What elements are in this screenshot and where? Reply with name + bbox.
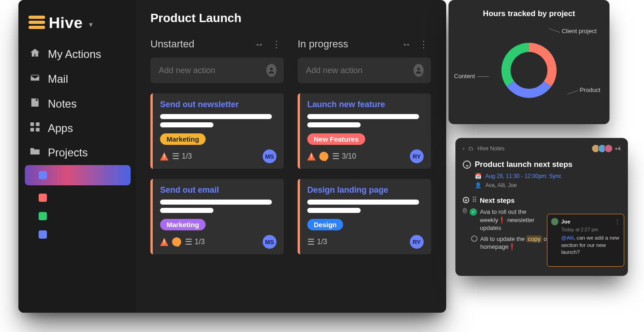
- card-title: Design landing page: [307, 185, 424, 195]
- nav-apps[interactable]: Apps: [18, 116, 136, 140]
- folder-icon: [29, 146, 41, 160]
- comment-card: Joe ⋮ Today at 2:27 pm @Alli, can we add…: [547, 214, 624, 267]
- svg-rect-6: [36, 128, 40, 132]
- card-tag[interactable]: Design: [307, 219, 343, 230]
- column-menu-icon[interactable]: ⋮: [419, 39, 431, 49]
- board-card[interactable]: Send out email Marketing ! ☰ 1/3 MS: [150, 179, 284, 254]
- subtask-count: 1/3: [182, 152, 192, 160]
- comment-time: Today at 2:27 pm: [561, 227, 620, 232]
- note-heading: Product launch next steps: [475, 160, 573, 169]
- note-icon: [29, 97, 41, 111]
- attendee-avatars[interactable]: +4: [593, 144, 621, 153]
- checklist-item[interactable]: + ✓ Ava to roll out the weekly❗ newslett…: [463, 208, 550, 232]
- subtask-count: 1/3: [195, 238, 205, 246]
- mail-icon: [29, 72, 41, 86]
- app-window: Hive ▾ My Actions Mail: [18, 0, 446, 313]
- svg-rect-0: [29, 16, 45, 19]
- board-card[interactable]: Launch new feature New Features ! ☰ 3/10…: [298, 93, 431, 169]
- workspace-caret-icon[interactable]: ▾: [89, 21, 93, 28]
- project-item[interactable]: [39, 194, 136, 204]
- donut-segment[interactable]: [506, 81, 551, 98]
- person-icon: 👤: [475, 182, 482, 189]
- donut-chart: Client project Product Content: [453, 22, 605, 119]
- project-color-swatch: [39, 212, 47, 220]
- nav-my-actions[interactable]: My Actions: [18, 42, 136, 67]
- home-icon: [29, 47, 41, 61]
- nav-notes[interactable]: Notes: [18, 92, 136, 116]
- column-title: Unstarted: [150, 38, 194, 50]
- resize-icon[interactable]: ↔: [402, 39, 414, 49]
- add-action-input[interactable]: [158, 65, 266, 76]
- nav-label: Apps: [48, 122, 73, 135]
- sidebar: Hive ▾ My Actions Mail: [18, 0, 136, 313]
- nav-mail[interactable]: Mail: [18, 67, 136, 92]
- assignee-avatar[interactable]: MS: [263, 149, 276, 163]
- assignee-avatar[interactable]: RY: [410, 149, 424, 163]
- drag-icon[interactable]: ⠿: [472, 196, 477, 204]
- svg-point-8: [417, 68, 420, 70]
- board-column: In progress ↔ ⋮ Launch new feature New F…: [298, 38, 431, 264]
- assignee-avatar[interactable]: RY: [410, 235, 424, 249]
- comment-icon[interactable]: [319, 152, 328, 161]
- comment-menu-icon[interactable]: ⋮: [615, 218, 620, 225]
- comment-author: Joe: [561, 219, 570, 224]
- priority-warning-icon: !: [160, 238, 168, 246]
- column-menu-icon[interactable]: ⋮: [272, 39, 284, 49]
- collapse-icon[interactable]: ⌄: [463, 160, 471, 169]
- add-item-icon[interactable]: +: [463, 208, 467, 213]
- comment-mention[interactable]: @Alli: [561, 235, 574, 240]
- nav-label: My Actions: [48, 48, 101, 61]
- check-done-icon[interactable]: ✓: [470, 208, 477, 216]
- checklist-item[interactable]: Alli to update the copy on homepage❗: [471, 235, 558, 251]
- apps-icon: [29, 122, 41, 135]
- subtasks-icon: ☰: [307, 237, 313, 247]
- assignee-avatar[interactable]: MS: [263, 235, 276, 249]
- svg-rect-2: [29, 26, 45, 29]
- add-item-icon[interactable]: +: [463, 197, 469, 203]
- donut-segment[interactable]: [529, 43, 557, 86]
- project-selected[interactable]: [25, 165, 131, 185]
- comment-icon[interactable]: [172, 237, 181, 246]
- notes-breadcrumb[interactable]: Hive Notes: [477, 145, 505, 152]
- add-action-input[interactable]: [305, 65, 414, 76]
- nav-label: Mail: [48, 73, 68, 86]
- card-tag[interactable]: New Features: [307, 133, 365, 145]
- card-title: Send out newsletter: [160, 100, 276, 109]
- board-card[interactable]: Design landing page Design ☰ 1/3 RY: [298, 179, 431, 254]
- brand[interactable]: Hive ▾: [18, 14, 136, 42]
- back-icon[interactable]: ‹: [463, 145, 465, 152]
- resize-icon[interactable]: ↔: [254, 39, 266, 49]
- add-action-row[interactable]: [298, 57, 431, 83]
- svg-point-7: [270, 68, 273, 70]
- board-title: Product Launch: [150, 11, 437, 25]
- card-tag[interactable]: Marketing: [160, 133, 206, 145]
- card-tag[interactable]: Marketing: [160, 219, 206, 230]
- add-action-row[interactable]: [150, 57, 284, 83]
- project-item[interactable]: [39, 212, 136, 222]
- project-color-swatch: [39, 230, 47, 239]
- notes-widget: ‹ 🗀 Hive Notes +4 ⌄ Product launch next …: [455, 138, 628, 276]
- chart-widget: Hours tracked by project Client project …: [448, 0, 610, 124]
- primary-nav: My Actions Mail Notes: [18, 42, 136, 165]
- project-color-swatch: [39, 194, 47, 202]
- avatars-more: +4: [615, 146, 621, 151]
- check-open-icon[interactable]: [471, 235, 477, 242]
- nav-label: Notes: [48, 97, 77, 110]
- calendar-icon: 📅: [475, 173, 482, 179]
- priority-warning-icon: !: [307, 152, 316, 160]
- donut-segment[interactable]: [501, 43, 529, 86]
- subtask-count: 3/10: [342, 152, 356, 160]
- chart-label-content: Content: [454, 73, 475, 80]
- svg-rect-5: [30, 128, 34, 132]
- section-heading: Next steps: [480, 196, 515, 204]
- project-item[interactable]: [39, 230, 136, 240]
- assignee-placeholder-icon[interactable]: [266, 64, 276, 77]
- chart-label-client: Client project: [562, 28, 597, 34]
- assignee-placeholder-icon[interactable]: [414, 64, 424, 77]
- board-card[interactable]: Send out newsletter Marketing ! ☰ 1/3 MS: [150, 93, 284, 169]
- note-schedule[interactable]: Aug 28, 11:30 - 12:00pm: Sync: [485, 173, 561, 179]
- subtask-count: 1/3: [317, 238, 327, 246]
- brand-name: Hive: [49, 14, 83, 32]
- nav-projects[interactable]: Projects: [18, 140, 136, 165]
- column-title: In progress: [298, 38, 348, 50]
